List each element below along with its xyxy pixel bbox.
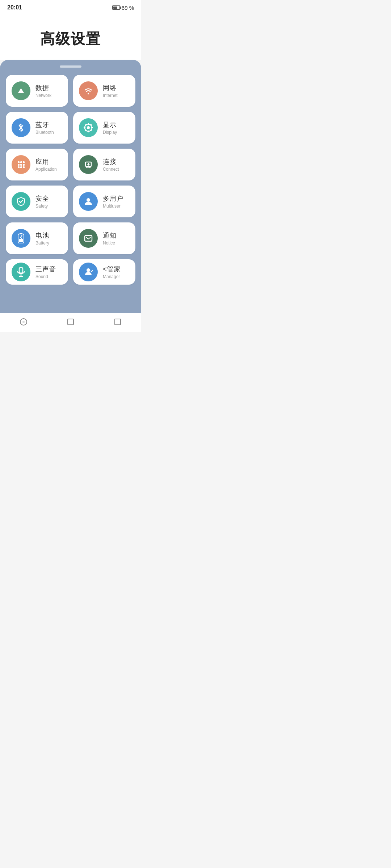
svg-rect-7 xyxy=(20,164,22,166)
battery-icon xyxy=(12,229,30,248)
display-text: 显示 Display xyxy=(103,120,117,135)
grid-item-connect[interactable]: 连接 Connect xyxy=(73,149,135,180)
sound-text: 三声音 Sound xyxy=(35,265,56,279)
internet-label-en: Internet xyxy=(103,93,118,98)
battery-label-en: Battery xyxy=(35,241,49,246)
page-title-area: 高级设置 xyxy=(0,14,141,60)
safety-label-en: Safety xyxy=(35,204,49,209)
manager-label-zh: <管家 xyxy=(103,265,121,273)
grid-item-sound[interactable]: 三声音 Sound xyxy=(6,259,68,285)
svg-point-2 xyxy=(87,126,90,129)
application-label-zh: 应用 xyxy=(35,157,57,166)
bluetooth-label-en: Bluetooth xyxy=(35,130,54,135)
grid-item-battery[interactable]: 电池 Battery xyxy=(6,222,68,254)
battery-indicator xyxy=(112,5,120,10)
home-button[interactable] xyxy=(66,317,76,327)
svg-rect-18 xyxy=(19,267,23,273)
battery-percentage: 69 % xyxy=(122,5,134,11)
safety-label-zh: 安全 xyxy=(35,194,49,203)
display-label-en: Display xyxy=(103,130,117,135)
grid-item-application[interactable]: 应用 Application xyxy=(6,149,68,180)
application-label-en: Application xyxy=(35,167,57,172)
multiuser-label-zh: 多用户 xyxy=(103,194,123,203)
svg-rect-11 xyxy=(23,166,25,168)
drag-handle[interactable] xyxy=(60,65,81,68)
display-icon xyxy=(79,118,98,137)
internet-text: 网络 Internet xyxy=(103,84,118,98)
sound-label-en: Sound xyxy=(35,274,56,279)
svg-rect-8 xyxy=(23,164,25,166)
svg-rect-4 xyxy=(20,161,22,163)
grid-item-network-data[interactable]: 数据 Network xyxy=(6,75,68,107)
bottom-navigation xyxy=(0,313,141,332)
multiuser-text: 多用户 Multiuser xyxy=(103,194,123,209)
svg-point-23 xyxy=(22,321,25,323)
bluetooth-text: 蓝牙 Bluetooth xyxy=(35,120,54,135)
status-time: 20:01 xyxy=(7,4,22,11)
connect-text: 连接 Connect xyxy=(103,157,119,172)
bluetooth-label-zh: 蓝牙 xyxy=(35,120,54,129)
connect-label-zh: 连接 xyxy=(103,157,119,166)
signal-icon xyxy=(12,81,30,100)
notice-label-en: Notice xyxy=(103,241,117,246)
bluetooth-icon xyxy=(12,118,30,137)
battery-text: 电池 Battery xyxy=(35,231,49,246)
svg-rect-3 xyxy=(18,161,20,163)
network-data-label-zh: 数据 xyxy=(35,84,51,92)
svg-rect-9 xyxy=(18,166,20,168)
svg-rect-10 xyxy=(20,166,22,168)
svg-rect-5 xyxy=(23,161,25,163)
notice-text: 通知 Notice xyxy=(103,231,117,246)
multiuser-label-en: Multiuser xyxy=(103,204,123,209)
connect-icon xyxy=(79,155,98,174)
svg-rect-17 xyxy=(85,235,92,241)
manager-label-en: Manager xyxy=(103,274,121,279)
status-bar: 20:01 69 % xyxy=(0,0,141,14)
back-button[interactable] xyxy=(18,317,29,327)
safety-text: 安全 Safety xyxy=(35,194,49,209)
svg-point-21 xyxy=(87,268,90,272)
grid-item-internet[interactable]: 网络 Internet xyxy=(73,75,135,107)
manager-text: <管家 Manager xyxy=(103,265,121,279)
mic-icon xyxy=(12,263,30,281)
page-title: 高级设置 xyxy=(7,29,134,49)
display-label-zh: 显示 xyxy=(103,120,117,129)
network-data-label-en: Network xyxy=(35,93,51,98)
svg-point-13 xyxy=(87,198,90,202)
notice-label-zh: 通知 xyxy=(103,231,117,240)
connect-label-en: Connect xyxy=(103,167,119,172)
sound-label-zh: 三声音 xyxy=(35,265,56,273)
application-text: 应用 Application xyxy=(35,157,57,172)
grid-item-manager[interactable]: <管家 Manager xyxy=(73,259,135,285)
grid-item-display[interactable]: 显示 Display xyxy=(73,112,135,144)
apps-icon xyxy=(12,155,30,174)
svg-point-0 xyxy=(88,93,89,94)
battery-label-zh: 电池 xyxy=(35,231,49,240)
grid-item-notice[interactable]: 通知 Notice xyxy=(73,222,135,254)
network-data-text: 数据 Network xyxy=(35,84,51,98)
grid-item-bluetooth[interactable]: 蓝牙 Bluetooth xyxy=(6,112,68,144)
settings-grid-container: 数据 Network 网络 Internet xyxy=(0,60,141,313)
svg-rect-6 xyxy=(18,164,20,166)
recent-button[interactable] xyxy=(113,317,123,327)
shield-icon xyxy=(12,192,30,211)
settings-grid: 数据 Network 网络 Internet xyxy=(6,75,135,285)
grid-item-multiuser[interactable]: 多用户 Multiuser xyxy=(73,186,135,217)
grid-item-safety[interactable]: 安全 Safety xyxy=(6,186,68,217)
user-icon xyxy=(79,192,98,211)
manager-icon xyxy=(79,263,98,281)
notice-icon xyxy=(79,229,98,248)
wifi-icon xyxy=(79,81,98,100)
internet-label-zh: 网络 xyxy=(103,84,118,92)
status-right: 69 % xyxy=(112,5,134,11)
